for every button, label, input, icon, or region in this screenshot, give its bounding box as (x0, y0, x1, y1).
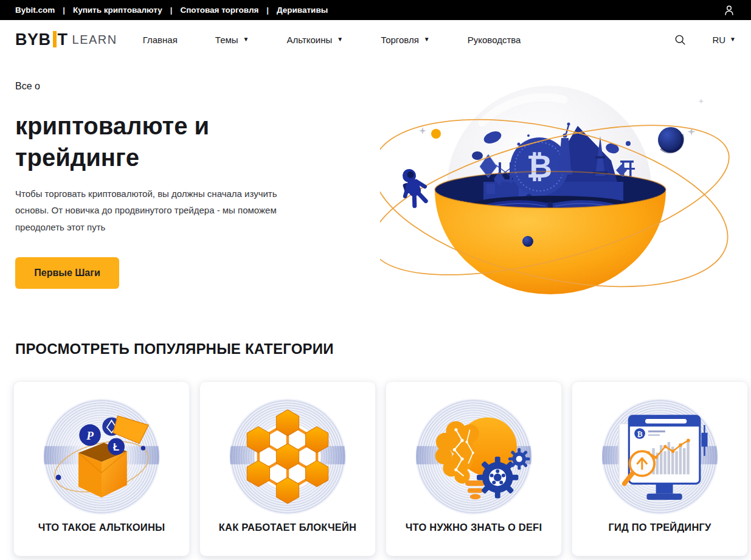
nav-menu: Главная Темы ▼ Альткоины ▼ Торговля ▼ Ру… (143, 35, 521, 45)
blockchain-network-icon (230, 399, 345, 514)
small-blue-planet (522, 236, 533, 247)
hero-text-block: Все о криптовалюте и трейдинге Чтобы тор… (15, 81, 295, 289)
nav-item-label: Руководства (468, 35, 521, 45)
nav-item-label: Торговля (381, 35, 419, 45)
svg-text:Ł: Ł (113, 441, 119, 452)
svg-text:P: P (86, 429, 94, 442)
card-trading-guide[interactable]: ₿ (572, 381, 748, 556)
hero-section: Все о криптовалюте и трейдинге Чтобы тор… (0, 59, 751, 327)
svg-text:₿: ₿ (637, 430, 642, 438)
topbar-link-bybit[interactable]: Bybit.com (15, 5, 55, 15)
card-title: ЧТО НУЖНО ЗНАТЬ О DEFI (386, 522, 561, 533)
crypto-sphere-illustration: ₿ (380, 60, 745, 322)
svg-text:₿: ₿ (527, 148, 552, 185)
nav-item-label: Темы (215, 35, 238, 45)
card-title: КАК РАБОТАЕТ БЛОКЧЕЙН (200, 522, 375, 533)
nav-item-altcoins[interactable]: Альткоины ▼ (286, 35, 343, 45)
orange-planet (431, 129, 441, 139)
separator: | (266, 5, 269, 15)
nav-item-guides[interactable]: Руководства (468, 35, 521, 45)
card-title: ЧТО ТАКОЕ АЛЬТКОИНЫ (14, 522, 189, 533)
chevron-down-icon: ▼ (424, 36, 430, 43)
logo-text-learn: LEARN (72, 33, 117, 47)
hero-description: Чтобы торговать криптовалютой, вы должны… (15, 185, 286, 235)
hero-title: криптовалюте и трейдинге (15, 110, 295, 173)
card-what-are-altcoins[interactable]: P Ł ЧТО ТАКОЕ АЛЬТКОИНЫ (13, 381, 190, 556)
topbar-link-derivatives[interactable]: Деривативы (277, 5, 328, 15)
hero-eyebrow: Все о (15, 81, 295, 92)
chevron-down-icon: ▼ (243, 36, 249, 43)
main-navigation: BYBT LEARN Главная Темы ▼ Альткоины ▼ То… (0, 20, 751, 59)
card-title: ГИД ПО ТРЕЙДИНГУ (572, 522, 747, 533)
bybit-learn-logo[interactable]: BYBT LEARN (15, 30, 117, 49)
nav-item-home[interactable]: Главная (143, 35, 178, 45)
nav-item-topics[interactable]: Темы ▼ (215, 35, 249, 45)
nav-item-label: Альткоины (286, 35, 332, 45)
top-utility-bar: Bybit.com | Купить криптовалюту | Спотов… (0, 0, 751, 20)
topbar-link-spot-trading[interactable]: Спотовая торговля (180, 5, 258, 15)
logo-text-byb: BYB (15, 30, 51, 49)
separator: | (170, 5, 173, 15)
topbar-link-buy-crypto[interactable]: Купить криптовалюту (73, 5, 162, 15)
logo-text-t: T (58, 30, 68, 49)
altcoins-box-icon: P Ł (44, 399, 159, 514)
nav-item-trading[interactable]: Торговля ▼ (381, 35, 430, 45)
defi-bulb-gears-icon (416, 399, 531, 514)
categories-heading: ПРОСМОТРЕТЬ ПОПУЛЯРНЫЕ КАТЕГОРИИ (15, 340, 334, 358)
first-steps-button[interactable]: Первые Шаги (15, 257, 119, 289)
chevron-down-icon: ▼ (337, 36, 343, 43)
nav-item-label: Главная (143, 35, 178, 45)
card-defi-basics[interactable]: ЧТО НУЖНО ЗНАТЬ О DEFI (386, 381, 562, 556)
trading-monitor-icon: ₿ (602, 399, 718, 514)
language-code: RU (712, 35, 725, 45)
separator: | (63, 5, 65, 15)
hero-title-line2: трейдинге (15, 142, 295, 173)
chevron-down-icon: ▼ (730, 36, 736, 43)
logo-orange-i-bar (53, 31, 57, 47)
category-cards: P Ł ЧТО ТАКОЕ АЛЬТКОИНЫ (13, 381, 748, 556)
hero-title-line1: криптовалюте и (15, 110, 295, 142)
nav-right-controls: RU ▼ (674, 33, 736, 46)
card-how-blockchain-works[interactable]: КАК РАБОТАЕТ БЛОКЧЕЙН (199, 381, 376, 556)
search-icon[interactable] (674, 33, 687, 46)
user-icon[interactable] (722, 4, 736, 17)
language-selector[interactable]: RU ▼ (712, 35, 736, 45)
